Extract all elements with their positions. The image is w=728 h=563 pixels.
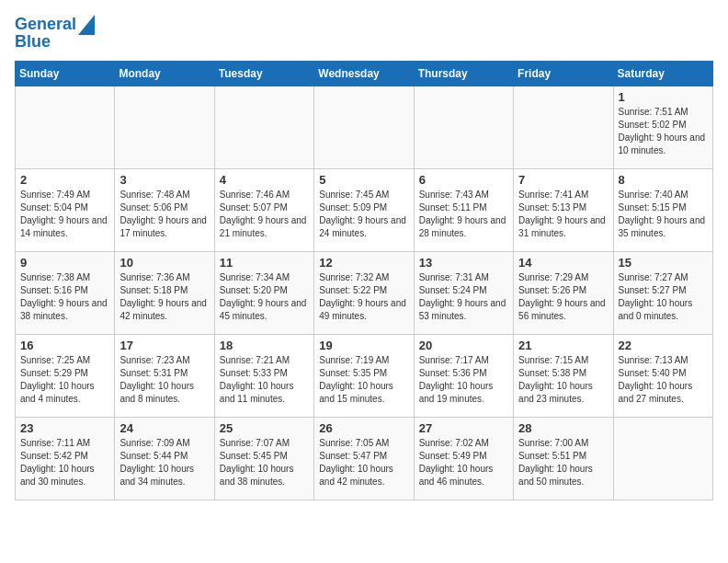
day-info: Sunrise: 7:48 AM Sunset: 5:06 PM Dayligh… <box>119 189 209 240</box>
day-cell: 1Sunrise: 7:51 AM Sunset: 5:02 PM Daylig… <box>613 86 712 168</box>
day-info: Sunrise: 7:46 AM Sunset: 5:07 PM Dayligh… <box>220 189 309 240</box>
col-header-sunday: Sunday <box>16 61 115 86</box>
day-info: Sunrise: 7:23 AM Sunset: 5:31 PM Dayligh… <box>119 354 209 406</box>
day-cell: 8Sunrise: 7:40 AM Sunset: 5:15 PM Daylig… <box>613 168 712 251</box>
day-cell: 28Sunrise: 7:00 AM Sunset: 5:51 PM Dayli… <box>514 417 613 500</box>
day-info: Sunrise: 7:00 AM Sunset: 5:51 PM Dayligh… <box>518 437 608 488</box>
day-info: Sunrise: 7:36 AM Sunset: 5:18 PM Dayligh… <box>119 271 209 323</box>
logo-arrow-icon <box>78 15 95 35</box>
day-info: Sunrise: 7:32 AM Sunset: 5:22 PM Dayligh… <box>319 271 408 323</box>
day-info: Sunrise: 7:27 AM Sunset: 5:27 PM Dayligh… <box>619 271 708 323</box>
day-number: 26 <box>319 421 408 435</box>
day-cell: 15Sunrise: 7:27 AM Sunset: 5:27 PM Dayli… <box>613 251 712 334</box>
col-header-friday: Friday <box>514 61 613 86</box>
week-row-2: 2Sunrise: 7:49 AM Sunset: 5:04 PM Daylig… <box>16 168 713 251</box>
day-number: 9 <box>20 256 109 270</box>
day-number: 14 <box>518 256 608 270</box>
day-number: 4 <box>220 173 309 187</box>
day-number: 1 <box>619 90 708 104</box>
day-cell <box>214 86 313 168</box>
day-cell <box>314 86 414 168</box>
day-number: 28 <box>518 421 608 435</box>
day-info: Sunrise: 7:09 AM Sunset: 5:44 PM Dayligh… <box>119 437 209 488</box>
day-info: Sunrise: 7:05 AM Sunset: 5:47 PM Dayligh… <box>319 437 408 488</box>
day-cell: 7Sunrise: 7:41 AM Sunset: 5:13 PM Daylig… <box>514 168 613 251</box>
day-number: 16 <box>20 339 109 352</box>
day-number: 11 <box>220 256 309 270</box>
day-info: Sunrise: 7:13 AM Sunset: 5:40 PM Dayligh… <box>619 354 708 406</box>
day-cell: 10Sunrise: 7:36 AM Sunset: 5:18 PM Dayli… <box>115 251 214 334</box>
day-cell <box>115 86 214 168</box>
logo-text-line2: Blue <box>15 33 51 52</box>
day-number: 27 <box>419 421 508 435</box>
logo-text-line1: General <box>15 16 76 34</box>
col-header-tuesday: Tuesday <box>214 61 313 86</box>
day-cell <box>16 86 115 168</box>
day-cell: 16Sunrise: 7:25 AM Sunset: 5:29 PM Dayli… <box>16 334 115 417</box>
day-info: Sunrise: 7:34 AM Sunset: 5:20 PM Dayligh… <box>220 271 309 323</box>
day-info: Sunrise: 7:41 AM Sunset: 5:13 PM Dayligh… <box>518 189 608 240</box>
day-cell: 3Sunrise: 7:48 AM Sunset: 5:06 PM Daylig… <box>115 168 214 251</box>
day-info: Sunrise: 7:31 AM Sunset: 5:24 PM Dayligh… <box>419 271 508 323</box>
day-cell: 4Sunrise: 7:46 AM Sunset: 5:07 PM Daylig… <box>214 168 313 251</box>
week-row-1: 1Sunrise: 7:51 AM Sunset: 5:02 PM Daylig… <box>16 86 713 168</box>
day-cell: 11Sunrise: 7:34 AM Sunset: 5:20 PM Dayli… <box>214 251 313 334</box>
day-number: 3 <box>119 173 209 187</box>
svg-marker-0 <box>78 15 95 35</box>
day-number: 19 <box>319 339 408 352</box>
day-number: 5 <box>319 173 408 187</box>
day-cell: 12Sunrise: 7:32 AM Sunset: 5:22 PM Dayli… <box>314 251 414 334</box>
day-info: Sunrise: 7:40 AM Sunset: 5:15 PM Dayligh… <box>619 189 708 240</box>
day-cell <box>514 86 613 168</box>
day-cell: 9Sunrise: 7:38 AM Sunset: 5:16 PM Daylig… <box>16 251 115 334</box>
day-cell: 13Sunrise: 7:31 AM Sunset: 5:24 PM Dayli… <box>414 251 513 334</box>
calendar-table: SundayMondayTuesdayWednesdayThursdayFrid… <box>15 61 713 500</box>
day-info: Sunrise: 7:21 AM Sunset: 5:33 PM Dayligh… <box>220 354 309 406</box>
day-info: Sunrise: 7:11 AM Sunset: 5:42 PM Dayligh… <box>20 437 109 488</box>
day-number: 23 <box>20 421 109 435</box>
day-number: 7 <box>518 173 608 187</box>
day-cell: 14Sunrise: 7:29 AM Sunset: 5:26 PM Dayli… <box>514 251 613 334</box>
day-info: Sunrise: 7:38 AM Sunset: 5:16 PM Dayligh… <box>20 271 109 323</box>
day-info: Sunrise: 7:15 AM Sunset: 5:38 PM Dayligh… <box>518 354 608 406</box>
day-number: 15 <box>619 256 708 270</box>
day-cell: 23Sunrise: 7:11 AM Sunset: 5:42 PM Dayli… <box>16 417 115 500</box>
page-header: General Blue <box>15 15 713 52</box>
day-info: Sunrise: 7:49 AM Sunset: 5:04 PM Dayligh… <box>20 189 109 240</box>
col-header-thursday: Thursday <box>414 61 513 86</box>
week-row-5: 23Sunrise: 7:11 AM Sunset: 5:42 PM Dayli… <box>16 417 713 500</box>
day-cell: 21Sunrise: 7:15 AM Sunset: 5:38 PM Dayli… <box>514 334 613 417</box>
week-row-4: 16Sunrise: 7:25 AM Sunset: 5:29 PM Dayli… <box>16 334 713 417</box>
day-cell: 2Sunrise: 7:49 AM Sunset: 5:04 PM Daylig… <box>16 168 115 251</box>
logo: General Blue <box>15 15 95 52</box>
header-row: SundayMondayTuesdayWednesdayThursdayFrid… <box>16 61 713 86</box>
day-cell: 26Sunrise: 7:05 AM Sunset: 5:47 PM Dayli… <box>314 417 414 500</box>
day-number: 24 <box>119 421 209 435</box>
day-info: Sunrise: 7:43 AM Sunset: 5:11 PM Dayligh… <box>419 189 508 240</box>
day-number: 6 <box>419 173 508 187</box>
day-number: 10 <box>119 256 209 270</box>
day-cell: 20Sunrise: 7:17 AM Sunset: 5:36 PM Dayli… <box>414 334 513 417</box>
day-number: 21 <box>518 339 608 352</box>
col-header-wednesday: Wednesday <box>314 61 414 86</box>
day-number: 17 <box>119 339 209 352</box>
day-cell: 19Sunrise: 7:19 AM Sunset: 5:35 PM Dayli… <box>314 334 414 417</box>
col-header-monday: Monday <box>115 61 214 86</box>
day-info: Sunrise: 7:45 AM Sunset: 5:09 PM Dayligh… <box>319 189 408 240</box>
day-cell: 27Sunrise: 7:02 AM Sunset: 5:49 PM Dayli… <box>414 417 513 500</box>
day-number: 2 <box>20 173 109 187</box>
day-cell: 5Sunrise: 7:45 AM Sunset: 5:09 PM Daylig… <box>314 168 414 251</box>
day-number: 20 <box>419 339 508 352</box>
day-number: 18 <box>220 339 309 352</box>
day-cell <box>414 86 513 168</box>
day-cell: 6Sunrise: 7:43 AM Sunset: 5:11 PM Daylig… <box>414 168 513 251</box>
day-number: 25 <box>220 421 309 435</box>
day-info: Sunrise: 7:17 AM Sunset: 5:36 PM Dayligh… <box>419 354 508 406</box>
day-info: Sunrise: 7:02 AM Sunset: 5:49 PM Dayligh… <box>419 437 508 488</box>
day-info: Sunrise: 7:51 AM Sunset: 5:02 PM Dayligh… <box>619 106 708 157</box>
day-cell: 25Sunrise: 7:07 AM Sunset: 5:45 PM Dayli… <box>214 417 313 500</box>
week-row-3: 9Sunrise: 7:38 AM Sunset: 5:16 PM Daylig… <box>16 251 713 334</box>
day-info: Sunrise: 7:07 AM Sunset: 5:45 PM Dayligh… <box>220 437 309 488</box>
day-cell: 24Sunrise: 7:09 AM Sunset: 5:44 PM Dayli… <box>115 417 214 500</box>
col-header-saturday: Saturday <box>613 61 712 86</box>
